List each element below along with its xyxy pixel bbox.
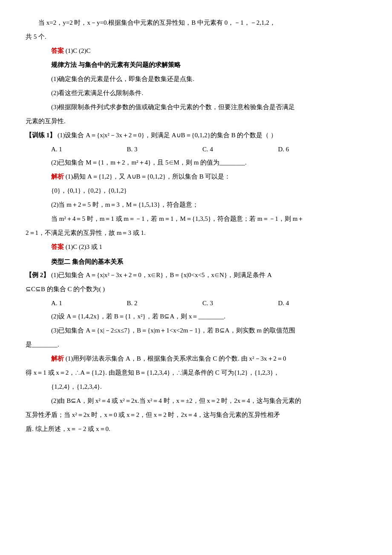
example2-q1: (1)已知集合 A＝{x|x²－3x＋2＝0，x∈R}，B＝{x|0<x<5，x…: [49, 272, 271, 278]
method-item3: (3)根据限制条件列式求参数的值或确定集合中元素的个数，但要注意检验集合是否满足: [26, 101, 366, 113]
exercise1-paren: （ ）: [262, 132, 277, 139]
method-item3b: 元素的互异性.: [26, 116, 366, 127]
exercise1-analysis-line1: (1)易知 A＝{1,2}，又 A∪B＝{0,1,2}，所以集合 B 可以是：: [66, 173, 231, 180]
method-title: 规律方法 与集合中的元素有关问题的求解策略: [26, 59, 366, 71]
exercise1-q1: (1)设集合 A＝{x|x²－3x＋2＝0}，则满足 A∪B＝{0,1,2}的集…: [56, 132, 262, 139]
answer-block-2: 答案 (1)C (2)3 或 1: [26, 241, 366, 253]
example2-analysis-line3: {1,2,4}，{1,2,3,4}.: [26, 381, 366, 393]
exercise1-choices: A. 1 B. 3 C. 4 D. 6: [26, 144, 366, 155]
choice-1d: D. 6: [278, 144, 354, 155]
example2-analysis-line1: (1)用列举法表示集合 A，B，根据集合关系求出集合 C 的个数. 由 x²－3…: [66, 355, 286, 362]
choice-2c: C. 3: [202, 298, 278, 309]
choice-1a: A. 1: [51, 144, 127, 155]
answer-label-2: 答案: [51, 243, 64, 250]
choice-2d: D. 4: [278, 298, 354, 309]
exercise1-analysis-line2: {0}，{0,1}，{0,2}，{0,1,2}: [26, 185, 366, 197]
answer-content-1: (1)C (2)C: [66, 47, 91, 54]
example2-choices: A. 1 B. 2 C. 3 D. 4: [26, 298, 366, 309]
answer-label-1: 答案: [51, 47, 64, 54]
exercise1-q2: (2)已知集合 M＝{1，m＋2，m²＋4}，且 5∈M，则 m 的值为____…: [26, 157, 366, 168]
page-content: 当 x=2，y=2 时，x－y=0.根据集合中元素的互异性知，B 中元素有 0，…: [26, 17, 366, 435]
answer-content-2: (1)C (2)3 或 1: [66, 243, 102, 250]
choice-2a: A. 1: [51, 298, 127, 309]
intro-line2: 共 5 个.: [26, 31, 366, 43]
example2-q3b: 是________.: [26, 339, 366, 350]
exercise1-analysis-line4: 当 m²＋4＝5 时，m＝1 或 m＝－1，若 m＝1，M＝{1,3,5}，符合…: [26, 213, 366, 225]
analysis-label-2: 解析: [51, 355, 64, 362]
example2-analysis-line4: (2)由 B⊆A，则 x²＝4 或 x²＝2x.当 x²＝4 时，x＝±2，但 …: [26, 395, 366, 407]
choice-1c: C. 4: [202, 144, 278, 155]
example2-title: 【例 2】: [26, 272, 49, 278]
example2-analysis-line6: 盾. 综上所述，x＝－2 或 x＝0.: [26, 423, 366, 435]
example2-analysis-header: 解析 (1)用列举法表示集合 A，B，根据集合关系求出集合 C 的个数. 由 x…: [26, 353, 366, 364]
analysis-label-1: 解析: [51, 173, 64, 180]
exercise1-analysis-line3: (2)当 m＋2＝5 时，m＝3，M＝{1,5,13}，符合题意；: [26, 199, 366, 211]
example2-q2: (2)设 A＝{1,4,2x}，若 B＝{1，x²}，若 B⊆A，则 x＝___…: [26, 311, 366, 322]
intro-line1: 当 x=2，y=2 时，x－y=0.根据集合中元素的互异性知，B 中元素有 0，…: [26, 17, 366, 29]
choice-2b: B. 2: [127, 298, 203, 309]
type2-title: 类型二 集合间的基本关系: [26, 256, 366, 268]
answer-block-1: 答案 (1)C (2)C: [26, 45, 366, 57]
example2-analysis-line2: 得 x＝1 或 x＝2，∴A＝{1,2}. 由题意知 B＝{1,2,3,4}，∴…: [26, 367, 366, 379]
example2-header: 【例 2】 (1)已知集合 A＝{x|x²－3x＋2＝0，x∈R}，B＝{x|0…: [26, 269, 366, 281]
method-item2: (2)看这些元素满足什么限制条件.: [26, 87, 366, 99]
example2-q1b: ⊆C⊆B 的集合 C 的个数为( ): [26, 283, 366, 295]
example2-analysis-line5: 互异性矛盾；当 x²＝2x 时，x＝0 或 x＝2，但 x＝2 时，2x＝4，这…: [26, 409, 366, 421]
exercise1-analysis-line5: 2＝1，不满足元素的互异性，故 m＝3 或 1.: [26, 227, 366, 239]
example2-q3: (3)已知集合 A＝{x|－2≤x≤7}，B＝{x|m＋1<x<2m－1}，若 …: [26, 325, 366, 336]
method-item1: (1)确定集合的元素是什么，即集合是数集还是点集.: [26, 73, 366, 85]
exercise1-title: 【训练 1】: [26, 132, 56, 139]
exercise1-analysis-header: 解析 (1)易知 A＝{1,2}，又 A∪B＝{0,1,2}，所以集合 B 可以…: [26, 171, 366, 182]
exercise1-header: 【训练 1】 (1)设集合 A＝{x|x²－3x＋2＝0}，则满足 A∪B＝{0…: [26, 130, 366, 141]
choice-1b: B. 3: [127, 144, 203, 155]
